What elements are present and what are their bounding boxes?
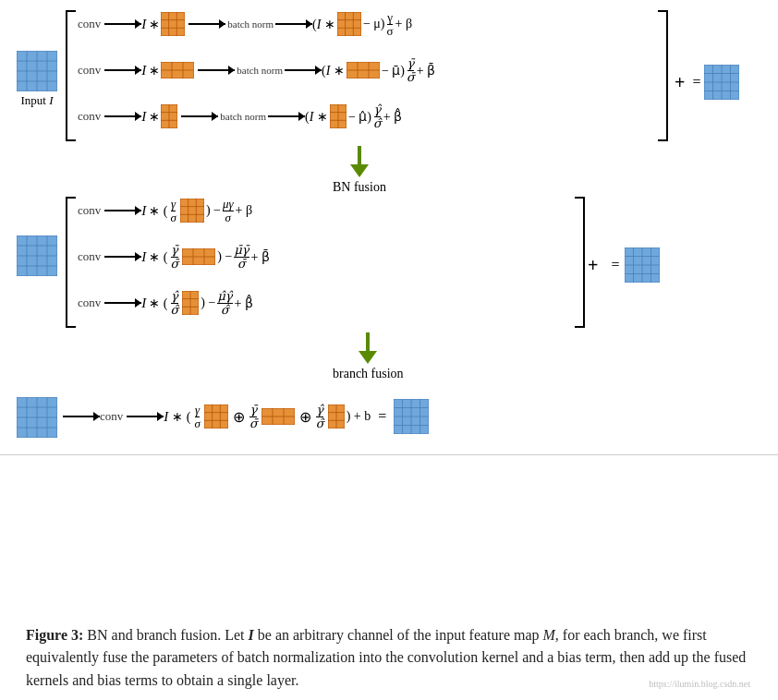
bot-row: conv I ∗ ( γ σ ⊕ γ̄ σ̄ ⊕ γ̂ σ̂: [63, 399, 429, 434]
kernel-bot-large: [204, 404, 228, 428]
arrow-9: [268, 110, 305, 123]
arrow-2: [188, 18, 225, 30]
top-left-bracket: [63, 7, 78, 144]
divider: [0, 454, 778, 455]
top-right-bracket: [656, 7, 671, 144]
arrow-mid-2: [104, 250, 141, 263]
kernel-large: [161, 12, 185, 36]
arrow-7: [104, 110, 141, 123]
mid-row-1: conv I ∗ ( γ σ ) − μγ σ + β: [78, 198, 252, 223]
svg-rect-74: [204, 404, 228, 428]
bn-fusion-arrow: BN fusion: [333, 146, 386, 195]
result-grid-mid: [625, 247, 660, 283]
kernel-small-2: [330, 104, 346, 128]
arrow-1: [104, 18, 141, 30]
arrow-bot: [63, 410, 100, 423]
diagram-area: Input I conv I ∗ batch norm (I ∗: [0, 0, 778, 517]
kernel-medium-2: [346, 62, 380, 78]
svg-rect-12: [337, 12, 361, 36]
caption-italic-M: M: [543, 627, 555, 643]
input-grid-bot: [17, 397, 57, 441]
watermark: https://ilumin.blog.csdn.net: [649, 679, 750, 689]
top-row-2: conv I ∗ batch norm (I ∗ − μ̄) γ̄ σ̄ + β…: [78, 57, 435, 83]
top-result: + =: [671, 65, 739, 100]
arrow-3: [275, 18, 312, 30]
mid-left-bracket: [63, 194, 78, 331]
branch-fusion-arrow: branch fusion: [333, 332, 404, 381]
kernel-small-mid3: [182, 291, 199, 315]
plus-top: +: [675, 72, 685, 93]
svg-rect-7: [161, 12, 185, 36]
top-row-1: conv I ∗ batch norm (I ∗ − μ) γ: [78, 11, 412, 37]
arrow-8: [181, 110, 218, 123]
bn-fusion-label: BN fusion: [333, 180, 386, 195]
kernel-bot-small: [328, 404, 345, 428]
result-grid-bot: [394, 399, 429, 434]
conv-label-3: conv: [78, 109, 101, 124]
kernel-large-mid1: [180, 199, 204, 223]
kernel-medium-mid2: [182, 248, 215, 265]
branch-fusion-label: branch fusion: [333, 367, 404, 381]
plus-mid: +: [588, 255, 598, 276]
input-grid-mid: [17, 235, 57, 280]
kernel-large-2: [337, 12, 361, 36]
mid-row-2: conv I ∗ ( γ̄ σ̄ ) − μ̄γ̄ σ̄ + β̄: [78, 244, 270, 270]
caption-text-2: be an arbitrary channel of the input fea…: [254, 627, 543, 643]
mid-row-3: conv I ∗ ( γ̂ σ̂ ) − μ̂γ̂ σ̂ + β̂: [78, 290, 253, 316]
conv-label-1: conv: [78, 17, 101, 31]
result-grid-top: [704, 65, 739, 100]
kernel-medium: [161, 62, 194, 78]
arrow-mid-1: [104, 204, 141, 217]
arrow-mid-3: [104, 296, 141, 309]
arrow-bot-2: [127, 410, 164, 423]
mid-right-bracket: [573, 194, 588, 331]
arrow-6: [285, 64, 322, 77]
figure-label: Figure 3:: [26, 627, 83, 643]
svg-rect-47: [180, 199, 204, 223]
mid-result: + =: [588, 247, 660, 283]
kernel-bot-med: [261, 408, 295, 425]
arrow-5: [198, 64, 235, 77]
input-grid-top: Input I: [17, 51, 57, 108]
conv-label-2: conv: [78, 63, 101, 78]
caption-text-1: BN and branch fusion. Let: [87, 627, 248, 643]
kernel-small: [161, 104, 177, 128]
arrow-4: [104, 64, 141, 77]
top-row-3: conv I ∗ batch norm (I ∗ − μ̂) γ̂ σ̂ + β…: [78, 103, 402, 129]
